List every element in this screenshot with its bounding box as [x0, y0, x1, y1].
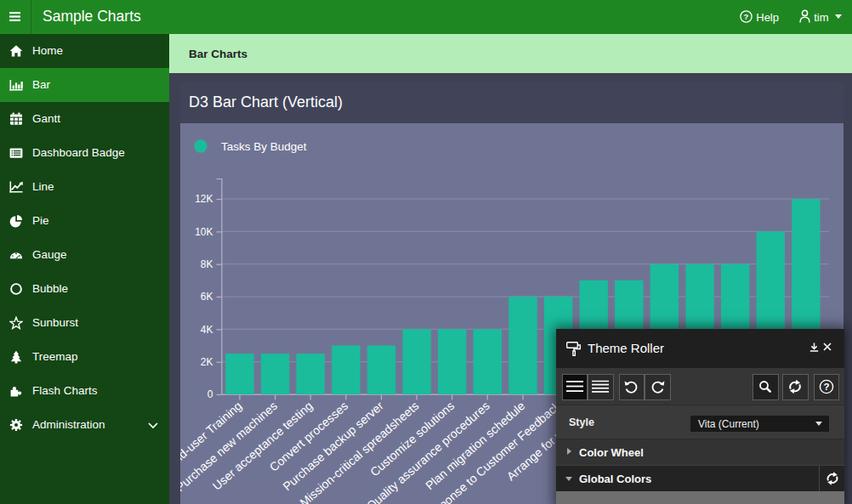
svg-text:2K: 2K [200, 356, 213, 368]
svg-text:0: 0 [207, 388, 213, 400]
svg-text:6K: 6K [200, 291, 213, 303]
svg-text:10K: 10K [195, 226, 213, 238]
svg-text:12K: 12K [195, 193, 213, 205]
svg-text:4K: 4K [200, 324, 213, 336]
svg-text:8K: 8K [200, 258, 213, 270]
svg-text:?: ? [744, 12, 749, 21]
svg-text:?: ? [823, 382, 829, 392]
svg-text:Tasks By Budget: Tasks By Budget [221, 140, 307, 153]
